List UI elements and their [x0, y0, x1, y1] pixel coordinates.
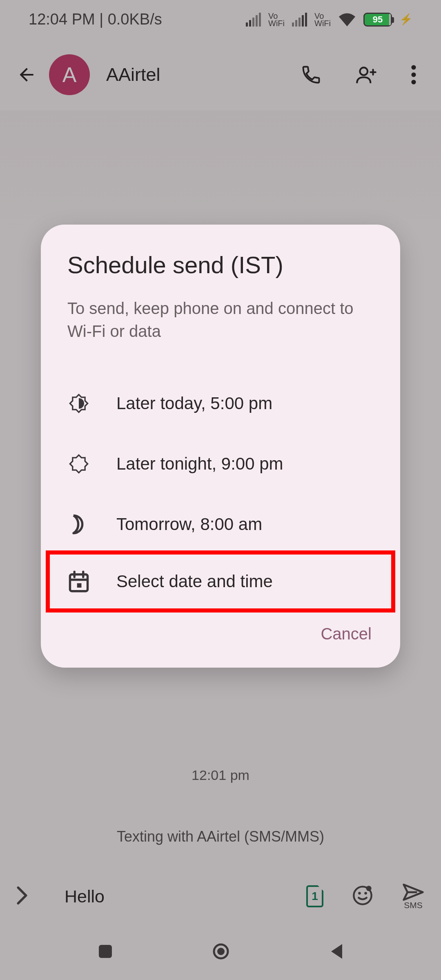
schedule-send-dialog: Schedule send (IST) To send, keep phone … — [41, 225, 400, 668]
dialog-title: Schedule send (IST) — [41, 251, 400, 278]
moon-icon — [67, 514, 90, 535]
option-label: Later tonight, 9:00 pm — [116, 454, 283, 474]
dialog-subtitle: To send, keep phone on and connect to Wi… — [41, 297, 400, 343]
night-brightness-icon — [67, 453, 90, 474]
option-tomorrow[interactable]: Tomorrow, 8:00 am — [41, 494, 400, 555]
calendar-icon — [67, 570, 90, 593]
svg-rect-12 — [77, 583, 81, 588]
cancel-button[interactable]: Cancel — [321, 625, 372, 643]
option-label: Tomorrow, 8:00 am — [116, 514, 262, 534]
option-later-today[interactable]: Later today, 5:00 pm — [41, 373, 400, 434]
option-later-tonight[interactable]: Later tonight, 9:00 pm — [41, 434, 400, 494]
svg-rect-11 — [70, 575, 87, 591]
battery-level: 95 — [373, 14, 383, 25]
option-label: Select date and time — [116, 572, 273, 591]
brightness-icon — [67, 393, 90, 414]
option-label: Later today, 5:00 pm — [116, 394, 272, 413]
option-select-date-time[interactable]: Select date and time — [46, 550, 395, 612]
